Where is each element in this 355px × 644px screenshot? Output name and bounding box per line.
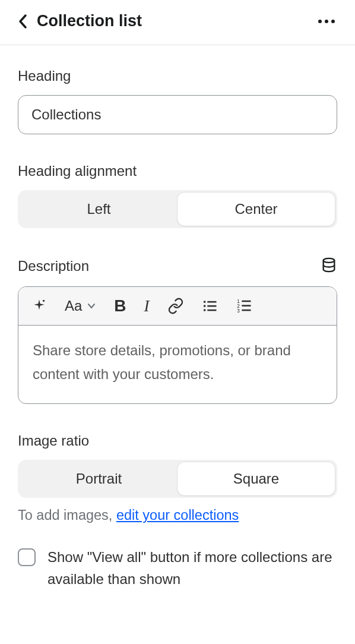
bullet-list-icon bbox=[202, 298, 218, 314]
more-actions-button[interactable] bbox=[316, 17, 337, 26]
image-ratio-segmented: Portrait Square bbox=[18, 460, 337, 498]
bold-icon: B bbox=[114, 296, 126, 315]
header-left: Collection list bbox=[18, 12, 142, 30]
svg-point-1 bbox=[43, 300, 45, 302]
svg-rect-5 bbox=[207, 305, 216, 307]
svg-rect-13 bbox=[242, 310, 251, 311]
dot-icon bbox=[325, 20, 328, 23]
italic-icon: I bbox=[144, 297, 150, 315]
panel-header: Collection list bbox=[0, 0, 355, 45]
description-header: Description bbox=[18, 257, 337, 276]
dot-icon bbox=[318, 20, 322, 23]
sparkle-icon bbox=[31, 298, 47, 314]
description-section: Description Aa B bbox=[18, 257, 337, 404]
svg-rect-3 bbox=[207, 301, 216, 303]
text-style-icon: Aa bbox=[65, 298, 82, 314]
panel-content: Heading Heading alignment Left Center De… bbox=[0, 45, 355, 591]
rte-bold-button[interactable]: B bbox=[114, 296, 126, 315]
svg-text:3: 3 bbox=[237, 308, 240, 314]
rte-textarea[interactable]: Share store details, promotions, or bran… bbox=[18, 326, 337, 403]
dynamic-source-button[interactable] bbox=[321, 257, 337, 276]
image-ratio-helper: To add images, edit your collections bbox=[18, 507, 337, 523]
chevron-down-icon bbox=[87, 301, 96, 311]
svg-point-6 bbox=[203, 309, 205, 311]
svg-rect-11 bbox=[242, 305, 251, 307]
view-all-field: Show "View all" button if more collectio… bbox=[18, 546, 337, 590]
svg-point-4 bbox=[203, 305, 205, 307]
svg-rect-7 bbox=[207, 310, 216, 311]
ratio-square-button[interactable]: Square bbox=[178, 462, 335, 495]
link-icon bbox=[167, 298, 184, 314]
heading-input[interactable] bbox=[18, 95, 337, 134]
svg-rect-9 bbox=[242, 301, 251, 302]
database-icon bbox=[321, 257, 337, 273]
svg-point-2 bbox=[203, 301, 205, 303]
rte-numbered-list-button[interactable]: 123 bbox=[236, 298, 253, 314]
alignment-left-button[interactable]: Left bbox=[20, 192, 178, 226]
heading-alignment-segmented: Left Center bbox=[18, 190, 337, 228]
rich-text-editor: Aa B I 123 Share store de bbox=[18, 286, 337, 404]
page-title: Collection list bbox=[37, 12, 142, 30]
heading-alignment-section: Heading alignment Left Center bbox=[18, 163, 337, 228]
image-ratio-section: Image ratio Portrait Square To add image… bbox=[18, 433, 337, 523]
view-all-checkbox[interactable] bbox=[18, 548, 36, 566]
rte-link-button[interactable] bbox=[167, 298, 184, 314]
rte-ai-button[interactable] bbox=[31, 298, 47, 314]
image-ratio-label: Image ratio bbox=[18, 433, 337, 449]
heading-alignment-label: Heading alignment bbox=[18, 163, 337, 179]
numbered-list-icon: 123 bbox=[236, 298, 253, 314]
description-label: Description bbox=[18, 258, 89, 274]
rte-bullet-list-button[interactable] bbox=[202, 298, 218, 314]
rte-paragraph-style-button[interactable]: Aa bbox=[65, 298, 96, 314]
alignment-center-button[interactable]: Center bbox=[178, 192, 335, 226]
edit-collections-link[interactable]: edit your collections bbox=[116, 507, 239, 523]
chevron-left-icon bbox=[18, 13, 28, 30]
ratio-portrait-button[interactable]: Portrait bbox=[20, 462, 178, 495]
back-button[interactable] bbox=[18, 13, 28, 30]
heading-label: Heading bbox=[18, 68, 337, 84]
view-all-label: Show "View all" button if more collectio… bbox=[47, 546, 337, 590]
svg-point-0 bbox=[324, 258, 335, 263]
dot-icon bbox=[331, 20, 335, 23]
rte-toolbar: Aa B I 123 bbox=[18, 287, 337, 326]
helper-prefix: To add images, bbox=[18, 507, 116, 523]
rte-italic-button[interactable]: I bbox=[144, 297, 150, 315]
